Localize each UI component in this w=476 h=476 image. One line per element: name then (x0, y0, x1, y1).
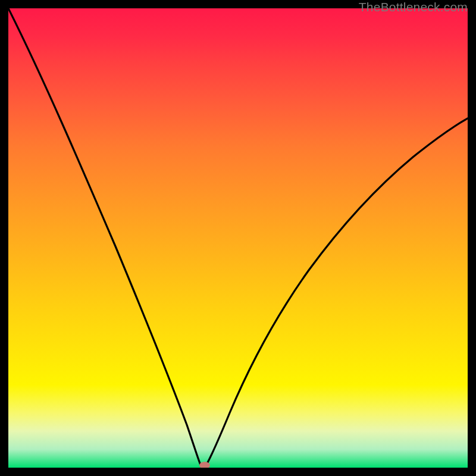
chart-container: TheBottleneck.com (0, 0, 476, 476)
curve-layer (8, 8, 468, 468)
watermark: TheBottleneck.com (359, 0, 468, 14)
plot-area (8, 8, 468, 468)
bottleneck-curve (8, 8, 468, 468)
